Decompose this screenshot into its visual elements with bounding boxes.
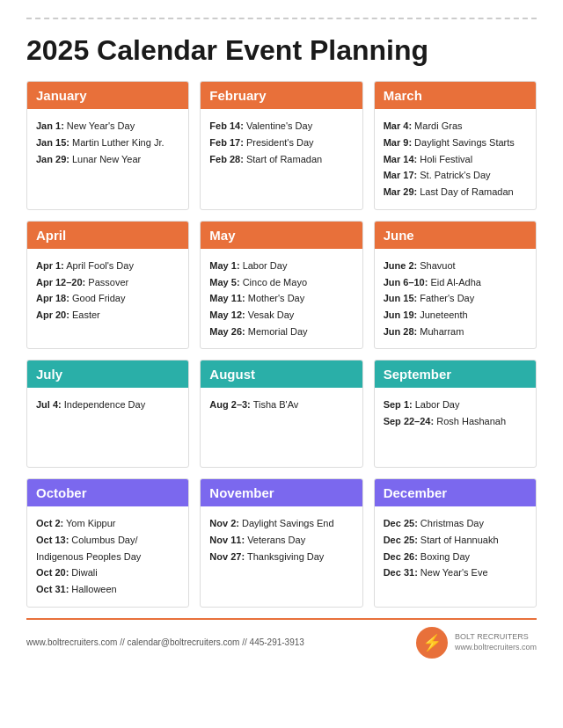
event-line: Apr 1: April Fool's Day <box>36 258 179 274</box>
event-line: Jul 4: Independence Day <box>36 397 179 413</box>
month-body-august: Aug 2–3: Tisha B'Av <box>201 388 362 467</box>
event-line: Jun 28: Muharram <box>384 324 527 340</box>
footer-contact: www.boltrecruiters.com // calendar@boltr… <box>26 637 304 647</box>
footer: www.boltrecruiters.com // calendar@boltr… <box>26 618 537 659</box>
month-header-february: February <box>201 82 362 109</box>
month-card-january: JanuaryJan 1: New Year's DayJan 15: Mart… <box>26 81 189 209</box>
month-header-june: June <box>375 222 536 249</box>
month-body-october: Oct 2: Yom KippurOct 13: Columbus Day/ I… <box>27 506 188 606</box>
month-header-january: January <box>27 82 188 109</box>
month-card-august: AugustAug 2–3: Tisha B'Av <box>200 360 362 468</box>
month-header-september: September <box>375 360 536 388</box>
month-card-june: JuneJune 2: ShavuotJun 6–10: Eid Al-Adha… <box>374 221 537 349</box>
event-line: Aug 2–3: Tisha B'Av <box>209 397 353 413</box>
event-line: Apr 20: Easter <box>36 307 179 324</box>
event-line: Nov 11: Veterans Day <box>209 532 353 549</box>
event-line: Jan 1: New Year's Day <box>36 118 179 135</box>
event-line: Oct 2: Yom Kippur <box>36 515 179 532</box>
event-line: Mar 4: Mardi Gras <box>384 118 527 135</box>
event-line: Mar 14: Holi Festival <box>384 151 527 168</box>
brand-section: ⚡ BOLT RECRUITERS www.boltrecruiters.com <box>416 627 537 659</box>
event-line: Jun 15: Father's Day <box>384 290 527 307</box>
month-card-february: FebruaryFeb 14: Valentine's DayFeb 17: P… <box>200 81 362 209</box>
month-card-october: OctoberOct 2: Yom KippurOct 13: Columbus… <box>26 478 189 607</box>
event-line: Feb 14: Valentine's Day <box>209 118 353 135</box>
event-line: May 26: Memorial Day <box>209 324 353 340</box>
event-line: June 2: Shavuot <box>384 258 527 274</box>
event-line: Mar 17: St. Patrick's Day <box>384 167 527 184</box>
month-body-january: Jan 1: New Year's DayJan 15: Martin Luth… <box>27 109 188 188</box>
event-line: Feb 28: Start of Ramadan <box>209 151 353 168</box>
month-card-march: MarchMar 4: Mardi GrasMar 9: Daylight Sa… <box>374 81 537 209</box>
event-line: Oct 13: Columbus Day/ Indigenous Peoples… <box>36 532 179 564</box>
page-title: 2025 Calendar Event Planning <box>26 33 537 67</box>
month-header-july: July <box>27 360 188 388</box>
event-line: Sep 1: Labor Day <box>384 397 527 413</box>
brand-icon: ⚡ <box>416 627 448 659</box>
event-line: May 11: Mother's Day <box>209 290 353 307</box>
month-card-november: NovemberNov 2: Daylight Savings EndNov 1… <box>200 478 362 607</box>
month-body-june: June 2: ShavuotJun 6–10: Eid Al-AdhaJun … <box>375 249 536 348</box>
month-body-september: Sep 1: Labor DaySep 22–24: Rosh Hashanah <box>375 388 536 467</box>
month-header-march: March <box>375 82 536 109</box>
month-body-may: May 1: Labor DayMay 5: Cinco de MayoMay … <box>201 249 362 348</box>
month-card-april: AprilApr 1: April Fool's DayApr 12–20: P… <box>26 221 189 349</box>
month-header-august: August <box>201 360 362 388</box>
month-card-july: JulyJul 4: Independence Day <box>26 360 189 468</box>
calendar-grid-q1: JanuaryJan 1: New Year's DayJan 15: Mart… <box>26 81 537 209</box>
event-line: Jan 29: Lunar New Year <box>36 151 179 168</box>
event-line: Apr 18: Good Friday <box>36 290 179 307</box>
month-body-march: Mar 4: Mardi GrasMar 9: Daylight Savings… <box>375 109 536 208</box>
top-border <box>26 18 537 19</box>
month-header-april: April <box>27 222 188 249</box>
event-line: Feb 17: President's Day <box>209 135 353 151</box>
calendar-grid-q3: JulyJul 4: Independence DayAugustAug 2–3… <box>26 360 537 468</box>
month-body-april: Apr 1: April Fool's DayApr 12–20: Passov… <box>27 249 188 332</box>
month-body-july: Jul 4: Independence Day <box>27 388 188 467</box>
brand-info: BOLT RECRUITERS www.boltrecruiters.com <box>455 632 537 652</box>
brand-site: www.boltrecruiters.com <box>455 643 537 653</box>
brand-name: BOLT RECRUITERS <box>455 632 537 643</box>
event-line: Jun 6–10: Eid Al-Adha <box>384 274 527 291</box>
month-header-november: November <box>201 479 362 506</box>
event-line: Dec 25: Start of Hannuakh <box>384 532 527 549</box>
event-line: May 5: Cinco de Mayo <box>209 274 353 291</box>
month-card-december: DecemberDec 25: Christmas DayDec 25: Sta… <box>374 478 537 607</box>
event-line: Mar 29: Last Day of Ramadan <box>384 184 527 200</box>
event-line: Nov 27: Thanksgiving Day <box>209 549 353 565</box>
month-header-december: December <box>375 479 536 506</box>
event-line: Sep 22–24: Rosh Hashanah <box>384 413 527 430</box>
event-line: Dec 26: Boxing Day <box>384 549 527 565</box>
month-card-may: MayMay 1: Labor DayMay 5: Cinco de MayoM… <box>200 221 362 349</box>
event-line: May 1: Labor Day <box>209 258 353 274</box>
month-header-may: May <box>201 222 362 249</box>
event-line: May 12: Vesak Day <box>209 307 353 324</box>
month-body-december: Dec 25: Christmas DayDec 25: Start of Ha… <box>375 506 536 590</box>
calendar-grid-q2: AprilApr 1: April Fool's DayApr 12–20: P… <box>26 221 537 349</box>
month-body-february: Feb 14: Valentine's DayFeb 17: President… <box>201 109 362 188</box>
event-line: Oct 20: Diwali <box>36 564 179 581</box>
event-line: Oct 31: Halloween <box>36 581 179 598</box>
month-card-september: SeptemberSep 1: Labor DaySep 22–24: Rosh… <box>374 360 537 468</box>
calendar-grid-q4: OctoberOct 2: Yom KippurOct 13: Columbus… <box>26 478 537 607</box>
event-line: Jan 15: Martin Luther King Jr. <box>36 135 179 151</box>
event-line: Jun 19: Juneteenth <box>384 307 527 324</box>
event-line: Dec 31: New Year's Eve <box>384 564 527 581</box>
event-line: Apr 12–20: Passover <box>36 274 179 291</box>
month-body-november: Nov 2: Daylight Savings EndNov 11: Veter… <box>201 506 362 586</box>
event-line: Nov 2: Daylight Savings End <box>209 515 353 532</box>
event-line: Dec 25: Christmas Day <box>384 515 527 532</box>
month-header-october: October <box>27 479 188 506</box>
event-line: Mar 9: Daylight Savings Starts <box>384 135 527 151</box>
